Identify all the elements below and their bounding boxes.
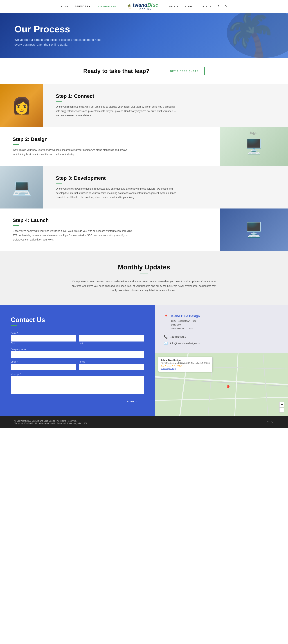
footer-twitter-icon[interactable]: 𝕏: [271, 420, 273, 424]
step-4-text: Once you're happy with your site we'll t…: [13, 229, 135, 242]
step-3-image-icon: 💻: [12, 178, 32, 197]
contact-info-panel: 📍 Island Blue Design 1829 Reisterstown R…: [155, 305, 288, 416]
nav-home[interactable]: HOME: [61, 5, 68, 8]
last-name-group: Last: [79, 335, 144, 345]
address-line2: Suite 360: [171, 323, 200, 327]
step-3-section: 💻 Step 3: Development Once you've review…: [0, 166, 288, 208]
phone-input[interactable]: [79, 364, 144, 370]
name-label: Name *: [11, 332, 18, 334]
logo-sub-text: design: [133, 8, 158, 10]
step-4-content: Step 4: Launch Once you're happy with yo…: [0, 208, 220, 251]
email-phone-row: Email * Phone *: [11, 360, 144, 370]
address-line3: Pikesville, MD 21208: [171, 327, 200, 330]
step-4-divider: [13, 225, 19, 226]
last-name-input[interactable]: [79, 335, 144, 342]
footer-address: Tel: (410) 878-5688 | 1829 Reisterstown …: [15, 422, 87, 425]
email-input[interactable]: [11, 364, 76, 370]
company-input[interactable]: [11, 352, 144, 358]
step-4-title: Step 4: Launch: [13, 218, 207, 223]
step-1-section: 👩 Step 1: Connect Once you reach out to …: [0, 84, 288, 126]
submit-button[interactable]: SUBMIT: [120, 398, 144, 405]
first-name-label: First: [11, 342, 76, 344]
message-input[interactable]: [11, 376, 144, 394]
email-value: info@islandbluedesign.com: [170, 342, 201, 345]
site-logo[interactable]: 🌴 IslandBlue design: [127, 2, 158, 10]
email-group: Email *: [11, 360, 76, 370]
monthly-divider: [140, 274, 148, 274]
cta-heading: Ready to take that leap?: [83, 68, 150, 74]
first-name-group: First: [11, 335, 76, 345]
twitter-icon[interactable]: 𝕏: [225, 5, 227, 8]
email-label: Email *: [11, 360, 76, 363]
map-container[interactable]: 📍 Island Blue Design 1829 Reisterstown R…: [155, 353, 288, 416]
step-1-divider: [56, 101, 62, 102]
footer-social: f 𝕏: [267, 420, 273, 424]
message-label: Message *: [11, 373, 144, 376]
address-line1: 1829 Reisterstown Road: [171, 319, 200, 323]
step-2-section: 🖥️ logo Step 2: Design We'll design your…: [0, 127, 288, 166]
step-2-image: 🖥️ logo: [220, 127, 288, 166]
company-row: Company name: [11, 348, 144, 358]
message-row: Message *: [11, 373, 144, 394]
monthly-updates-section: Monthly Updates It's important to keep c…: [0, 251, 288, 306]
contact-form-panel: Contact Us Name * First Last Company nam…: [0, 305, 155, 416]
step-4-image-icon: 🖥️: [245, 221, 263, 238]
contact-section: Contact Us Name * First Last Company nam…: [0, 305, 288, 416]
map-zoom-in[interactable]: +: [279, 402, 284, 407]
step-4-section: 🖥️ Step 4: Launch Once you're happy with…: [0, 208, 288, 251]
nav-our-process[interactable]: OUR PROCESS: [97, 5, 116, 8]
map-zoom-out[interactable]: −: [279, 408, 284, 412]
map-placeholder: 📍 Island Blue Design 1829 Reisterstown R…: [155, 353, 288, 416]
company-address-block: 📍 Island Blue Design 1829 Reisterstown R…: [164, 314, 279, 330]
location-pin-icon: 📍: [164, 314, 168, 319]
nav-contact[interactable]: CONTACT: [199, 5, 211, 8]
step-2-image-icon: 🖥️: [245, 138, 263, 155]
get-quote-button[interactable]: GET A FREE QUOTE: [164, 67, 205, 75]
email-row: ✉️ info@islandbluedesign.com: [164, 341, 279, 345]
first-name-input[interactable]: [11, 335, 76, 342]
nav-about[interactable]: ABOUT: [169, 5, 178, 8]
step-1-image: 👩: [0, 84, 43, 126]
cta-section: Ready to take that leap? GET A FREE QUOT…: [0, 58, 288, 84]
hero-section: 🌴 Our Process We've got our simple and e…: [0, 13, 288, 58]
site-footer: © Copyright 2005-2021 Island Blue Design…: [0, 416, 288, 428]
email-icon: ✉️: [164, 341, 168, 345]
logo-main-text: IslandBlue: [133, 2, 158, 8]
step-3-image: 💻: [0, 166, 43, 208]
step-3-title: Step 3: Development: [56, 175, 275, 181]
company-group: Company name: [11, 348, 144, 358]
phone-value: 410-870-5660: [170, 336, 186, 338]
map-zoom-controls: + −: [279, 402, 284, 412]
step-2-divider: [13, 144, 19, 145]
company-name: Island Blue Design: [171, 314, 200, 318]
step-3-divider: [56, 183, 62, 184]
step-3-content: Step 3: Development Once you've reviewed…: [43, 166, 288, 208]
nav-blog[interactable]: BLOG: [185, 5, 192, 8]
step-1-image-icon: 👩: [12, 96, 32, 115]
map-location-pin: 📍: [225, 385, 231, 391]
monthly-text: It's important to keep content on your w…: [70, 279, 218, 293]
nav-services[interactable]: SERVICES: [75, 5, 88, 8]
footer-facebook-icon[interactable]: f: [267, 420, 268, 424]
phone-label: Phone *: [79, 360, 144, 363]
step-2-title: Step 2: Design: [13, 136, 207, 142]
chevron-down-icon: ▾: [89, 5, 90, 8]
footer-left: © Copyright 2005-2021 Island Blue Design…: [15, 420, 87, 425]
map-info-card: Island Blue Design 1829 Reisterstown Rd …: [158, 357, 212, 372]
facebook-icon[interactable]: f: [218, 5, 219, 8]
step-1-title: Step 1: Connect: [56, 93, 275, 99]
monthly-title: Monthly Updates: [15, 264, 273, 271]
map-card-address: 1829 Reisterstown Rd Suite 3R0, Pikesvil…: [161, 362, 210, 364]
last-name-label: Last: [79, 342, 144, 344]
step-1-text: Once you reach out to us, we'll set up a…: [56, 105, 178, 118]
phone-group: Phone *: [79, 360, 144, 370]
hero-subtitle: We've got our simple and efficient desig…: [15, 38, 104, 47]
contact-form-title: Contact Us: [11, 316, 144, 324]
map-card-rating: 5.0 ★★★★★ 4 reviews: [161, 365, 210, 367]
name-row: First Last: [11, 335, 144, 345]
footer-copyright: © Copyright 2005-2021 Island Blue Design…: [15, 420, 87, 422]
map-card-title: Island Blue Design: [161, 359, 210, 362]
message-group: Message *: [11, 373, 144, 394]
map-view-larger[interactable]: View larger map: [161, 368, 210, 370]
company-label: Company name: [11, 348, 144, 351]
